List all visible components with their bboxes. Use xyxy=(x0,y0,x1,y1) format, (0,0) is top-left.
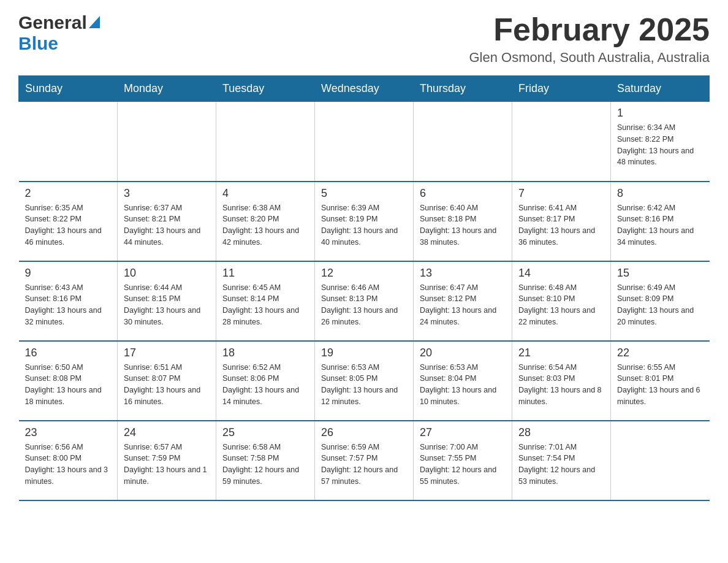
calendar-day-cell: 12Sunrise: 6:46 AMSunset: 8:13 PMDayligh… xyxy=(315,261,414,341)
day-number: 20 xyxy=(420,347,506,359)
day-number: 28 xyxy=(518,426,604,439)
calendar-day-cell: 22Sunrise: 6:55 AMSunset: 8:01 PMDayligh… xyxy=(611,341,710,421)
calendar-title: February 2025 xyxy=(469,12,710,47)
calendar-day-cell xyxy=(315,102,414,182)
calendar-week-row: 23Sunrise: 6:56 AMSunset: 8:00 PMDayligh… xyxy=(19,421,710,500)
header: General Blue February 2025 Glen Osmond, … xyxy=(18,12,710,66)
day-info: Sunrise: 6:56 AMSunset: 8:00 PMDaylight:… xyxy=(25,442,112,488)
day-info: Sunrise: 6:40 AMSunset: 8:18 PMDaylight:… xyxy=(420,202,506,248)
day-number: 14 xyxy=(518,267,604,280)
day-number: 21 xyxy=(518,347,604,359)
day-info: Sunrise: 6:41 AMSunset: 8:17 PMDaylight:… xyxy=(518,202,604,248)
calendar-day-cell: 2Sunrise: 6:35 AMSunset: 8:22 PMDaylight… xyxy=(19,182,118,261)
calendar-day-cell: 14Sunrise: 6:48 AMSunset: 8:10 PMDayligh… xyxy=(512,261,611,341)
day-info: Sunrise: 6:54 AMSunset: 8:03 PMDaylight:… xyxy=(518,362,604,408)
calendar-header: SundayMondayTuesdayWednesdayThursdayFrid… xyxy=(19,76,710,102)
calendar-week-row: 2Sunrise: 6:35 AMSunset: 8:22 PMDaylight… xyxy=(19,182,710,261)
calendar-day-cell: 26Sunrise: 6:59 AMSunset: 7:57 PMDayligh… xyxy=(315,421,414,500)
calendar-day-cell: 8Sunrise: 6:42 AMSunset: 8:16 PMDaylight… xyxy=(611,182,710,261)
day-number: 22 xyxy=(617,347,703,359)
calendar-day-cell: 11Sunrise: 6:45 AMSunset: 8:14 PMDayligh… xyxy=(216,261,315,341)
logo-general-text: General xyxy=(18,12,87,33)
day-number: 7 xyxy=(518,187,604,200)
calendar-day-cell: 27Sunrise: 7:00 AMSunset: 7:55 PMDayligh… xyxy=(414,421,512,500)
day-number: 25 xyxy=(222,426,308,439)
days-of-week-row: SundayMondayTuesdayWednesdayThursdayFrid… xyxy=(19,76,710,102)
day-number: 16 xyxy=(25,347,112,359)
day-info: Sunrise: 6:35 AMSunset: 8:22 PMDaylight:… xyxy=(25,202,112,248)
day-info: Sunrise: 6:51 AMSunset: 8:07 PMDaylight:… xyxy=(124,362,210,408)
day-number: 15 xyxy=(617,267,703,280)
day-info: Sunrise: 6:45 AMSunset: 8:14 PMDaylight:… xyxy=(222,282,308,328)
calendar-table: SundayMondayTuesdayWednesdayThursdayFrid… xyxy=(18,75,710,501)
svg-marker-0 xyxy=(89,16,100,28)
calendar-day-cell: 23Sunrise: 6:56 AMSunset: 8:00 PMDayligh… xyxy=(19,421,118,500)
day-info: Sunrise: 6:53 AMSunset: 8:04 PMDaylight:… xyxy=(420,362,506,408)
calendar-day-cell: 4Sunrise: 6:38 AMSunset: 8:20 PMDaylight… xyxy=(216,182,315,261)
day-number: 4 xyxy=(222,187,308,200)
day-of-week-header: Friday xyxy=(512,76,611,102)
day-info: Sunrise: 6:47 AMSunset: 8:12 PMDaylight:… xyxy=(420,282,506,328)
day-of-week-header: Wednesday xyxy=(315,76,414,102)
day-number: 9 xyxy=(25,267,112,280)
day-number: 8 xyxy=(617,187,703,200)
calendar-day-cell xyxy=(118,102,216,182)
day-number: 27 xyxy=(420,426,506,439)
day-number: 23 xyxy=(25,426,112,439)
day-info: Sunrise: 6:39 AMSunset: 8:19 PMDaylight:… xyxy=(321,202,407,248)
day-number: 19 xyxy=(321,347,407,359)
calendar-day-cell: 18Sunrise: 6:52 AMSunset: 8:06 PMDayligh… xyxy=(216,341,315,421)
logo: General Blue xyxy=(18,12,100,54)
day-info: Sunrise: 6:38 AMSunset: 8:20 PMDaylight:… xyxy=(222,202,308,248)
day-info: Sunrise: 6:48 AMSunset: 8:10 PMDaylight:… xyxy=(518,282,604,328)
title-area: February 2025 Glen Osmond, South Austral… xyxy=(469,12,710,66)
logo-triangle-icon xyxy=(89,16,100,28)
day-info: Sunrise: 6:44 AMSunset: 8:15 PMDaylight:… xyxy=(124,282,210,328)
day-number: 24 xyxy=(124,426,210,439)
calendar-day-cell: 15Sunrise: 6:49 AMSunset: 8:09 PMDayligh… xyxy=(611,261,710,341)
day-number: 5 xyxy=(321,187,407,200)
calendar-body: 1Sunrise: 6:34 AMSunset: 8:22 PMDaylight… xyxy=(19,102,710,500)
calendar-day-cell xyxy=(414,102,512,182)
calendar-day-cell xyxy=(611,421,710,500)
calendar-subtitle: Glen Osmond, South Australia, Australia xyxy=(469,50,710,66)
calendar-day-cell: 19Sunrise: 6:53 AMSunset: 8:05 PMDayligh… xyxy=(315,341,414,421)
calendar-day-cell: 21Sunrise: 6:54 AMSunset: 8:03 PMDayligh… xyxy=(512,341,611,421)
calendar-week-row: 9Sunrise: 6:43 AMSunset: 8:16 PMDaylight… xyxy=(19,261,710,341)
calendar-day-cell: 5Sunrise: 6:39 AMSunset: 8:19 PMDaylight… xyxy=(315,182,414,261)
calendar-day-cell xyxy=(512,102,611,182)
day-of-week-header: Tuesday xyxy=(216,76,315,102)
day-info: Sunrise: 6:42 AMSunset: 8:16 PMDaylight:… xyxy=(617,202,703,248)
day-info: Sunrise: 6:50 AMSunset: 8:08 PMDaylight:… xyxy=(25,362,112,408)
day-number: 11 xyxy=(222,267,308,280)
calendar-day-cell: 28Sunrise: 7:01 AMSunset: 7:54 PMDayligh… xyxy=(512,421,611,500)
day-number: 2 xyxy=(25,187,112,200)
day-number: 17 xyxy=(124,347,210,359)
calendar-day-cell: 3Sunrise: 6:37 AMSunset: 8:21 PMDaylight… xyxy=(118,182,216,261)
day-info: Sunrise: 6:58 AMSunset: 7:58 PMDaylight:… xyxy=(222,442,308,488)
day-number: 12 xyxy=(321,267,407,280)
day-info: Sunrise: 6:46 AMSunset: 8:13 PMDaylight:… xyxy=(321,282,407,328)
calendar-day-cell: 25Sunrise: 6:58 AMSunset: 7:58 PMDayligh… xyxy=(216,421,315,500)
day-number: 3 xyxy=(124,187,210,200)
day-number: 1 xyxy=(617,107,703,120)
logo-blue-text: Blue xyxy=(18,33,58,53)
day-number: 26 xyxy=(321,426,407,439)
day-info: Sunrise: 6:49 AMSunset: 8:09 PMDaylight:… xyxy=(617,282,703,328)
calendar-day-cell: 9Sunrise: 6:43 AMSunset: 8:16 PMDaylight… xyxy=(19,261,118,341)
day-of-week-header: Thursday xyxy=(414,76,512,102)
day-number: 18 xyxy=(222,347,308,359)
day-info: Sunrise: 7:00 AMSunset: 7:55 PMDaylight:… xyxy=(420,442,506,488)
calendar-day-cell xyxy=(216,102,315,182)
day-number: 13 xyxy=(420,267,506,280)
day-info: Sunrise: 6:53 AMSunset: 8:05 PMDaylight:… xyxy=(321,362,407,408)
day-number: 10 xyxy=(124,267,210,280)
calendar-day-cell: 24Sunrise: 6:57 AMSunset: 7:59 PMDayligh… xyxy=(118,421,216,500)
calendar-day-cell xyxy=(19,102,118,182)
day-info: Sunrise: 6:37 AMSunset: 8:21 PMDaylight:… xyxy=(124,202,210,248)
day-info: Sunrise: 7:01 AMSunset: 7:54 PMDaylight:… xyxy=(518,442,604,488)
calendar-day-cell: 13Sunrise: 6:47 AMSunset: 8:12 PMDayligh… xyxy=(414,261,512,341)
calendar-day-cell: 1Sunrise: 6:34 AMSunset: 8:22 PMDaylight… xyxy=(611,102,710,182)
day-info: Sunrise: 6:43 AMSunset: 8:16 PMDaylight:… xyxy=(25,282,112,328)
day-info: Sunrise: 6:55 AMSunset: 8:01 PMDaylight:… xyxy=(617,362,703,408)
